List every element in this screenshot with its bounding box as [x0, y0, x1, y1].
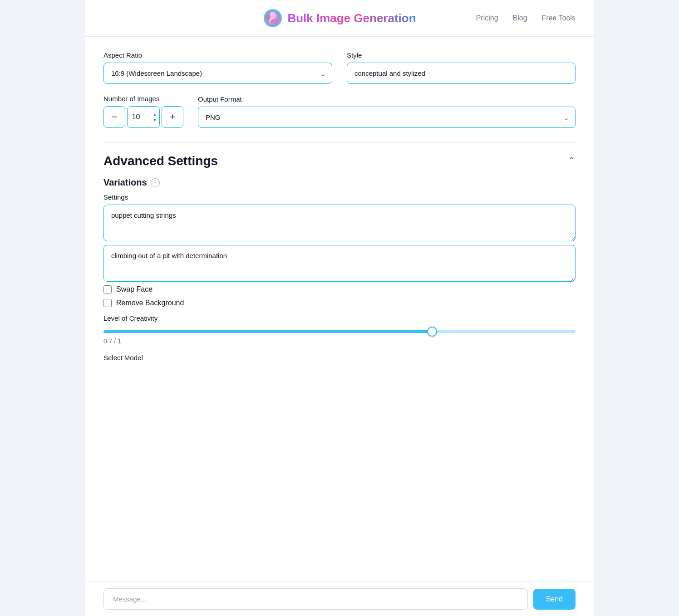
swap-face-row: Swap Face [103, 285, 576, 293]
variation-textarea-2[interactable] [103, 245, 576, 282]
swap-face-label[interactable]: Swap Face [116, 285, 153, 293]
variations-title: Variations [103, 177, 147, 188]
advanced-header: Advanced Settings ⌃ [103, 143, 576, 177]
swap-face-checkbox[interactable] [103, 285, 112, 293]
number-of-images-label: Number of Images [103, 95, 183, 103]
aspect-ratio-select-wrapper: 1:1 (Square) 4:3 (Standard) 16:9 (Widesc… [103, 63, 332, 84]
select-model-label: Select Model [103, 354, 576, 362]
increment-button[interactable]: + [162, 106, 183, 128]
spinner-up[interactable]: ▲ [152, 112, 158, 117]
form-row-1: Aspect Ratio 1:1 (Square) 4:3 (Standard)… [103, 51, 576, 84]
decrement-button[interactable]: − [103, 106, 125, 128]
creativity-value: 0.7 / 1 [103, 337, 576, 345]
variation-textarea-1[interactable] [103, 205, 576, 241]
remove-background-row: Remove Background [103, 299, 576, 307]
nav-pricing[interactable]: Pricing [476, 14, 498, 22]
aspect-ratio-label: Aspect Ratio [103, 51, 332, 59]
spinner-down[interactable]: ▼ [152, 117, 158, 123]
bottom-bar: Send [85, 582, 594, 616]
aspect-ratio-select[interactable]: 1:1 (Square) 4:3 (Standard) 16:9 (Widesc… [103, 63, 332, 84]
creativity-slider[interactable] [103, 330, 576, 333]
spinners: ▲ ▼ [152, 112, 158, 123]
collapse-button[interactable]: ⌃ [567, 155, 576, 167]
send-button[interactable]: Send [533, 589, 576, 610]
output-format-label: Output Format [198, 95, 576, 103]
remove-background-checkbox[interactable] [103, 299, 112, 307]
remove-background-label[interactable]: Remove Background [116, 299, 184, 307]
variations-header: Variations ? [103, 177, 576, 188]
number-of-images-group: Number of Images − ▲ ▼ + [103, 95, 183, 128]
settings-label: Settings [103, 193, 576, 201]
number-input-wrapper: ▲ ▼ [127, 106, 160, 128]
header: Bulk Image Generation Pricing Blog Free … [85, 0, 594, 37]
message-input[interactable] [103, 588, 528, 610]
nav-free-tools[interactable]: Free Tools [542, 14, 576, 22]
aspect-ratio-group: Aspect Ratio 1:1 (Square) 4:3 (Standard)… [103, 51, 332, 84]
advanced-title: Advanced Settings [103, 154, 218, 168]
form-row-2: Number of Images − ▲ ▼ + Output Format [103, 95, 576, 128]
logo-text: Bulk Image Generation [287, 11, 416, 25]
main-nav: Pricing Blog Free Tools [476, 14, 576, 22]
style-input[interactable] [347, 63, 576, 84]
main-content: Aspect Ratio 1:1 (Square) 4:3 (Standard)… [85, 37, 594, 407]
output-format-select-wrapper: PNG JPG WEBP ⌄ [198, 107, 576, 128]
creativity-label: Level of Creativity [103, 314, 576, 322]
logo-icon [263, 8, 283, 28]
advanced-section: Advanced Settings ⌃ Variations ? Setting… [103, 142, 576, 362]
slider-section: Level of Creativity 0.7 / 1 [103, 314, 576, 345]
style-group: Style [347, 51, 576, 84]
output-format-select[interactable]: PNG JPG WEBP [198, 107, 576, 128]
output-format-group: Output Format PNG JPG WEBP ⌄ [198, 95, 576, 128]
logo-area: Bulk Image Generation [263, 8, 416, 28]
help-icon[interactable]: ? [151, 178, 160, 187]
style-label: Style [347, 51, 576, 59]
nav-blog[interactable]: Blog [513, 14, 527, 22]
number-controls: − ▲ ▼ + [103, 106, 183, 128]
